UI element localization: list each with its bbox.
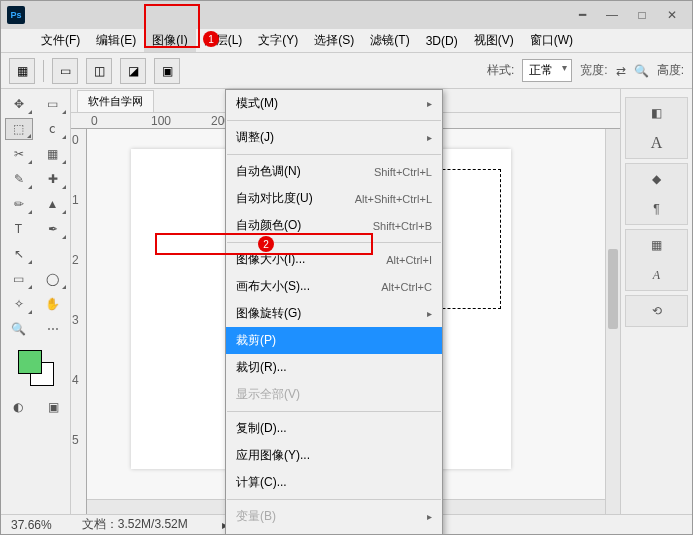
document-tab[interactable]: 软件自学网 (77, 90, 154, 112)
menu-2[interactable]: 图像(I) (144, 29, 195, 52)
style-select[interactable]: 正常 (522, 59, 572, 82)
menu-item-2[interactable]: 调整(J) (226, 124, 442, 151)
canvas-area: 软件自学网 0100200300400500 012345 自学网 JZXW.C… (71, 89, 620, 514)
panel-icon-1[interactable]: ◧ (646, 102, 668, 124)
width-label: 宽度: (580, 62, 607, 79)
ellipse-tool[interactable]: ◯ (39, 268, 67, 290)
menu-7[interactable]: 3D(D) (418, 31, 466, 51)
marquee-rect-icon[interactable]: ▭ (52, 58, 78, 84)
color-swatch[interactable] (18, 350, 54, 386)
menu-item-15[interactable]: 复制(D)... (226, 415, 442, 442)
tool-preset-icon[interactable]: ▦ (9, 58, 35, 84)
menu-item-19: 变量(B) (226, 503, 442, 530)
menu-item-16[interactable]: 应用图像(Y)... (226, 442, 442, 469)
right-dock: ◧ A ◆ ¶ ▦ A ⟲ (620, 89, 692, 514)
menu-4[interactable]: 文字(Y) (250, 29, 306, 52)
menu-item-11[interactable]: 裁剪(P) (226, 327, 442, 354)
menu-5[interactable]: 选择(S) (306, 29, 362, 52)
menu-1[interactable]: 编辑(E) (88, 29, 144, 52)
close-button[interactable]: ✕ (658, 5, 686, 25)
image-menu-dropdown: 模式(M)调整(J)自动色调(N)Shift+Ctrl+L自动对比度(U)Alt… (225, 89, 443, 535)
lasso-tool[interactable]: ϲ (39, 118, 67, 140)
scrollbar-v[interactable] (605, 129, 620, 514)
annotation-badge-2: 2 (258, 236, 274, 252)
zoom-level[interactable]: 37.66% (11, 518, 52, 532)
ruler-v: 012345 (71, 129, 87, 514)
screenmode-tool[interactable]: ▣ (40, 396, 68, 418)
shape-tool[interactable]: ▭ (5, 268, 33, 290)
titlebar: Ps ━ — □ ✕ (1, 1, 692, 29)
type-tool[interactable]: T (5, 218, 33, 240)
menu-8[interactable]: 视图(V) (466, 29, 522, 52)
ps-logo: Ps (7, 6, 25, 24)
menu-item-17[interactable]: 计算(C)... (226, 469, 442, 496)
menu-item-8[interactable]: 图像大小(I)...Alt+Ctrl+I (226, 246, 442, 273)
menu-item-4[interactable]: 自动色调(N)Shift+Ctrl+L (226, 158, 442, 185)
brush-tool[interactable]: ✏ (5, 193, 33, 215)
height-label: 高度: (657, 62, 684, 79)
minimize-button[interactable]: — (598, 5, 626, 25)
marquee-intersect-icon[interactable]: ▣ (154, 58, 180, 84)
more-tool[interactable]: ⋯ (39, 318, 67, 340)
menu-item-9[interactable]: 画布大小(S)...Alt+Ctrl+C (226, 273, 442, 300)
clone-tool[interactable]: ▲ (39, 193, 67, 215)
style-label: 样式: (487, 62, 514, 79)
frame-tool[interactable]: ▦ (39, 143, 67, 165)
zoom-tool[interactable]: 🔍 (5, 318, 33, 340)
heal-tool[interactable]: ✚ (39, 168, 67, 190)
char-panel-icon[interactable]: A (646, 132, 668, 154)
crop-tool[interactable]: ✂ (5, 143, 33, 165)
menu-9[interactable]: 窗口(W) (522, 29, 581, 52)
pen-tool[interactable]: ✒ (39, 218, 67, 240)
color-panel-icon[interactable]: ◆ (646, 168, 668, 190)
marquee-add-icon[interactable]: ◫ (86, 58, 112, 84)
path-tool[interactable]: ↖ (5, 243, 33, 265)
menu-0[interactable]: 文件(F) (33, 29, 88, 52)
glyph-panel-icon[interactable]: A (646, 264, 668, 286)
swatches-icon[interactable]: ▦ (646, 234, 668, 256)
search-icon[interactable]: 🔍 (634, 64, 649, 78)
marquee-sub-icon[interactable]: ◪ (120, 58, 146, 84)
swap-icon[interactable]: ⇄ (616, 64, 626, 78)
wand-tool[interactable]: ✧ (5, 293, 33, 315)
move-tool[interactable]: ✥ (5, 93, 33, 115)
quickmask-tool[interactable]: ◐ (4, 396, 32, 418)
eyedropper-tool[interactable]: ✎ (5, 168, 33, 190)
menu-6[interactable]: 滤镜(T) (362, 29, 417, 52)
fg-color[interactable] (18, 350, 42, 374)
menu-item-0[interactable]: 模式(M) (226, 90, 442, 117)
menu-item-13: 显示全部(V) (226, 381, 442, 408)
menubar: 文件(F)编辑(E)图像(I)图层(L)文字(Y)选择(S)滤镜(T)3D(D)… (1, 29, 692, 53)
menu-item-6[interactable]: 自动颜色(O)Shift+Ctrl+B (226, 212, 442, 239)
marquee-tool[interactable]: ⬚ (5, 118, 33, 140)
blank1 (39, 243, 67, 265)
menu-item-12[interactable]: 裁切(R)... (226, 354, 442, 381)
history-panel-icon[interactable]: ⟲ (646, 300, 668, 322)
artboard-tool[interactable]: ▭ (39, 93, 67, 115)
doc-info: 文档：3.52M/3.52M (82, 516, 188, 533)
para-panel-icon[interactable]: ¶ (646, 198, 668, 220)
optionbar: ▦ ▭ ◫ ◪ ▣ 样式: 正常 宽度: ⇄ 🔍 高度: (1, 53, 692, 89)
tools-panel: ✥ ▭ ⬚ ϲ ✂ ▦ ✎ ✚ ✏ ▲ T ✒ ↖ ▭ ◯ ✧ ✋ 🔍 ⋯ ◐ (1, 89, 71, 514)
annotation-badge-1: 1 (203, 31, 219, 47)
maximize-button[interactable]: □ (628, 5, 656, 25)
menu-item-10[interactable]: 图像旋转(G) (226, 300, 442, 327)
menu-item-5[interactable]: 自动对比度(U)Alt+Shift+Ctrl+L (226, 185, 442, 212)
menu-item-20: 应用数据组(L)... (226, 530, 442, 535)
win-min-inner[interactable]: ━ (568, 5, 596, 25)
hand-tool[interactable]: ✋ (39, 293, 67, 315)
